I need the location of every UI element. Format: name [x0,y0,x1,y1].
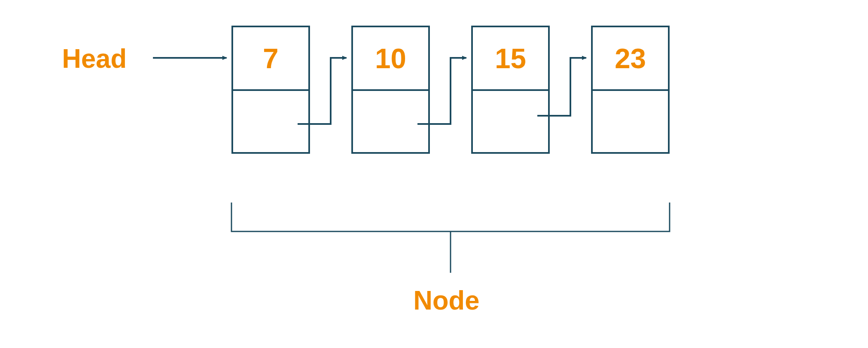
node-2: 15 [471,26,550,154]
node-2-value: 15 [473,27,548,89]
node-1-divider [353,89,428,91]
node-3-value: 23 [593,27,668,89]
node-1-value: 10 [353,27,428,89]
node-group-label: Node [413,285,479,316]
node-bracket [231,203,670,231]
node-0: 7 [231,26,310,154]
linked-list-diagram: Head 7 10 15 23 Node [0,0,868,348]
node-0-divider [233,89,308,91]
node-0-value: 7 [233,27,308,89]
node-3: 23 [591,26,670,154]
node-2-divider [473,89,548,91]
head-label: Head [62,43,127,74]
node-3-divider [593,89,668,91]
node-1: 10 [351,26,430,154]
